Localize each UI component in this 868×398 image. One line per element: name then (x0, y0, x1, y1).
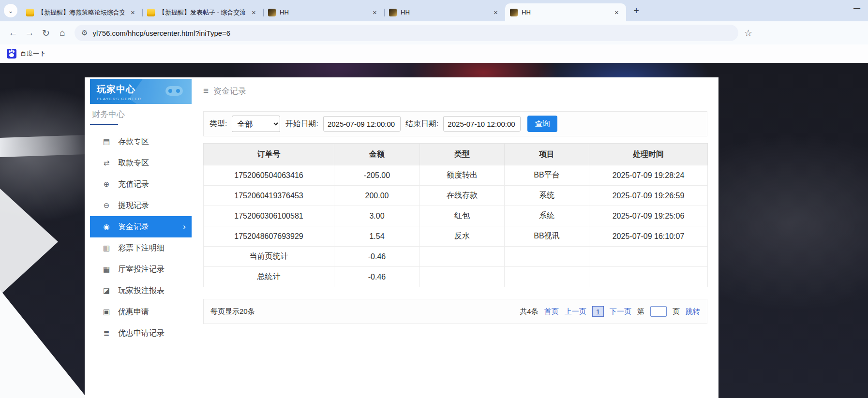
per-page-text: 每页显示20条 (210, 307, 255, 316)
sidebar-item-label: 提现记录 (118, 201, 149, 211)
home-icon: ⌂ (60, 28, 65, 38)
sidebar-item-label: 充值记录 (118, 179, 149, 190)
forward-icon: → (25, 28, 34, 38)
current-page-indicator[interactable]: 1 (592, 306, 604, 317)
bg-white-wedge (0, 189, 58, 295)
sidebar-item-withdraw[interactable]: ⇄ 取款专区 (90, 152, 192, 174)
hall-bets-icon: ▦ (102, 265, 111, 274)
sidebar-item-label: 厅室投注记录 (118, 265, 165, 275)
tab-search-button[interactable]: ⌄ (4, 4, 17, 17)
sidebar-item-bet-report[interactable]: ◪ 玩家投注报表 (90, 280, 192, 301)
sidebar-item-lottery-bets[interactable]: ▥ 彩票下注明细 (90, 237, 192, 259)
bookmark-star-icon[interactable]: ☆ (744, 28, 752, 39)
start-date-input[interactable] (323, 116, 401, 132)
cell-empty (420, 267, 505, 287)
close-tab-icon[interactable]: × (128, 8, 137, 17)
sidebar-item-label: 玩家投注报表 (118, 286, 165, 296)
browser-tab[interactable]: 【新提醒】发表帖子 - 综合交流 × (142, 3, 263, 21)
site-info-icon[interactable]: ⚙ (81, 29, 88, 37)
col-header-type: 类型 (420, 144, 505, 165)
close-tab-icon[interactable]: × (249, 8, 258, 17)
table-row: 1752060419376453 200.00 在线存款 系统 2025-07-… (204, 186, 708, 206)
sidebar-item-label: 优惠申请 (118, 307, 149, 317)
finance-section-title: 财务中心 (90, 104, 192, 125)
cell-order-no: 1752060419376453 (204, 186, 334, 206)
new-tab-button[interactable]: + (629, 3, 644, 18)
table-row: 1752060306100581 3.00 红包 系统 2025-07-09 1… (204, 206, 708, 226)
tab-title: HH (280, 9, 366, 16)
cell-time: 2025-07-09 19:28:24 (589, 165, 708, 186)
page-background: 玩家中心 PLAYERS CENTER 财务中心 ▤ 存款专区 ⇄ 取款专区 ⊕… (0, 63, 868, 398)
sidebar-item-promo-records[interactable]: ≣ 优惠申请记录 (90, 323, 192, 344)
type-select[interactable]: 全部 (232, 116, 280, 132)
baidu-favicon (7, 49, 16, 59)
tab-title: 【新提醒】海燕策略论坛综合交 (38, 8, 124, 17)
sidebar-menu: ▤ 存款专区 ⇄ 取款专区 ⊕ 充值记录 ⊖ 提现记录 ◉ 资金记录 (90, 131, 192, 344)
browser-tab[interactable]: HH × (384, 3, 505, 21)
cell-empty (505, 267, 589, 287)
sidebar-item-label: 存款专区 (118, 137, 149, 147)
url-text: yl756.com/hhcp/usercenter.html?iniType=6 (92, 29, 230, 37)
cell-amount: 3.00 (334, 206, 420, 226)
close-tab-icon[interactable]: × (491, 8, 500, 17)
jump-prefix-label: 第 (637, 307, 644, 316)
back-icon: ← (9, 28, 18, 38)
cell-type: 红包 (420, 206, 505, 226)
minimize-window-icon[interactable]: — (853, 4, 860, 12)
hh-favicon (268, 9, 276, 16)
report-icon: ◪ (102, 286, 111, 295)
reload-button[interactable]: ↻ (38, 25, 54, 41)
close-tab-icon[interactable]: × (370, 8, 379, 17)
withdraw-icon: ⇄ (102, 159, 111, 167)
sidebar-item-label: 彩票下注明细 (118, 243, 165, 253)
next-page-link[interactable]: 下一页 (610, 307, 631, 316)
prev-page-link[interactable]: 上一页 (565, 307, 586, 316)
bookmark-item[interactable]: 百度一下 (20, 49, 45, 58)
tab-strip: ⌄ 【新提醒】海燕策略论坛综合交 × 【新提醒】发表帖子 - 综合交流 × HH… (0, 0, 868, 21)
jump-button[interactable]: 跳转 (686, 307, 700, 316)
back-button[interactable]: ← (5, 25, 21, 41)
deposit-icon: ▤ (102, 137, 111, 146)
sidebar-item-deposit[interactable]: ▤ 存款专区 (90, 131, 192, 152)
player-center-header: 玩家中心 PLAYERS CENTER (90, 79, 192, 104)
query-button[interactable]: 查询 (527, 116, 557, 132)
sidebar-item-hall-bets[interactable]: ▦ 厅室投注记录 (90, 259, 192, 280)
cell-type: 在线存款 (420, 186, 505, 206)
browser-tab[interactable]: HH × (263, 3, 384, 21)
cell-stat-label: 总统计 (204, 267, 334, 287)
cell-time: 2025-07-09 19:25:06 (589, 206, 708, 226)
page-number-input[interactable] (650, 306, 667, 317)
sidebar-item-recharge-records[interactable]: ⊕ 充值记录 (90, 174, 192, 195)
table-row: 1752060504063416 -205.00 额度转出 BB平台 2025-… (204, 165, 708, 186)
forum-favicon (147, 9, 155, 16)
close-tab-icon[interactable]: × (612, 8, 621, 17)
cell-type: 额度转出 (420, 165, 505, 186)
col-header-amount: 金额 (334, 144, 420, 165)
promo-icon: ▣ (102, 308, 111, 316)
table-row-page-total: 当前页统计 -0.46 (204, 247, 708, 267)
sidebar-item-promo-apply[interactable]: ▣ 优惠申请 (90, 301, 192, 323)
cell-project: 系统 (505, 206, 589, 226)
first-page-link[interactable]: 首页 (544, 307, 559, 316)
table-header-row: 订单号 金额 类型 项目 处理时间 (204, 144, 708, 165)
cell-empty (589, 267, 708, 287)
bg-light-band (0, 135, 86, 157)
cell-order-no: 1752060306100581 (204, 206, 334, 226)
forward-button[interactable]: → (21, 25, 38, 41)
page-title: 资金记录 (213, 86, 246, 97)
sidebar-item-cashout-records[interactable]: ⊖ 提现记录 (90, 195, 192, 216)
url-bar[interactable]: ⚙ yl756.com/hhcp/usercenter.html?iniType… (75, 25, 738, 41)
browser-tab[interactable]: 【新提醒】海燕策略论坛综合交 × (21, 3, 142, 21)
cell-amount: -0.46 (334, 267, 420, 287)
home-button[interactable]: ⌂ (54, 25, 71, 41)
browser-tab-active[interactable]: HH × (505, 3, 626, 21)
hh-favicon (510, 9, 518, 16)
cell-amount: 200.00 (334, 186, 420, 206)
end-date-input[interactable] (443, 116, 521, 132)
sidebar-item-fund-records[interactable]: ◉ 资金记录 › (90, 216, 192, 237)
fund-records-table: 订单号 金额 类型 项目 处理时间 1752060504063416 -205.… (203, 143, 708, 287)
pagination-bar: 每页显示20条 共4条 首页 上一页 1 下一页 第 页 跳转 (203, 299, 707, 324)
cashout-icon: ⊖ (102, 201, 111, 210)
forum-favicon (26, 9, 34, 16)
total-count-text: 共4条 (520, 307, 538, 316)
